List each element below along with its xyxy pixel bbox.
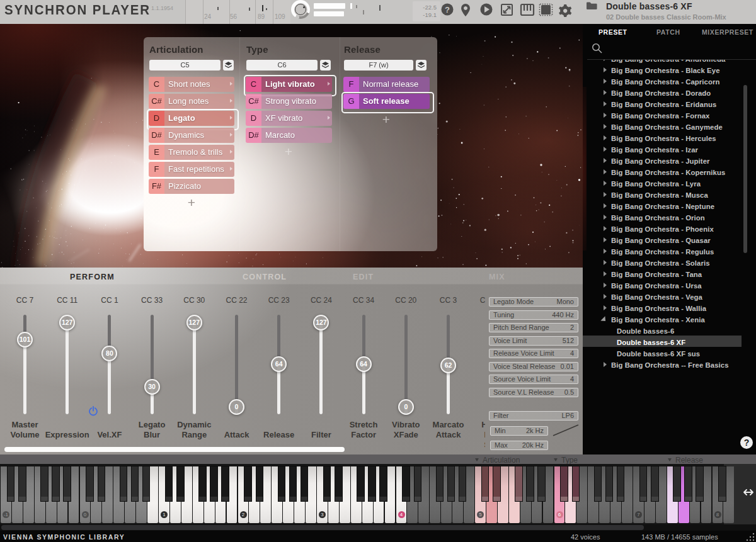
svg-text:?: ? [445, 5, 450, 14]
